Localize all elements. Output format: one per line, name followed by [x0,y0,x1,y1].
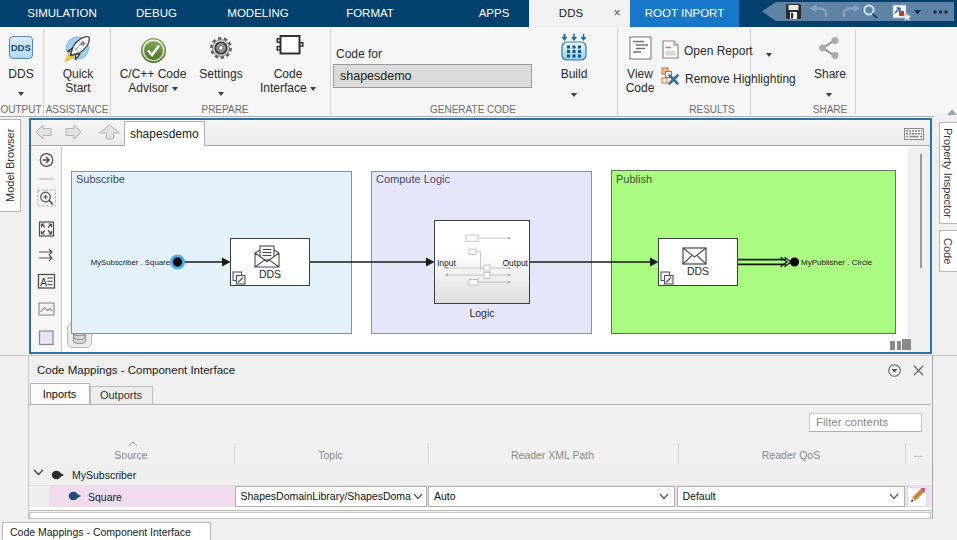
svg-text:A: A [40,277,47,288]
